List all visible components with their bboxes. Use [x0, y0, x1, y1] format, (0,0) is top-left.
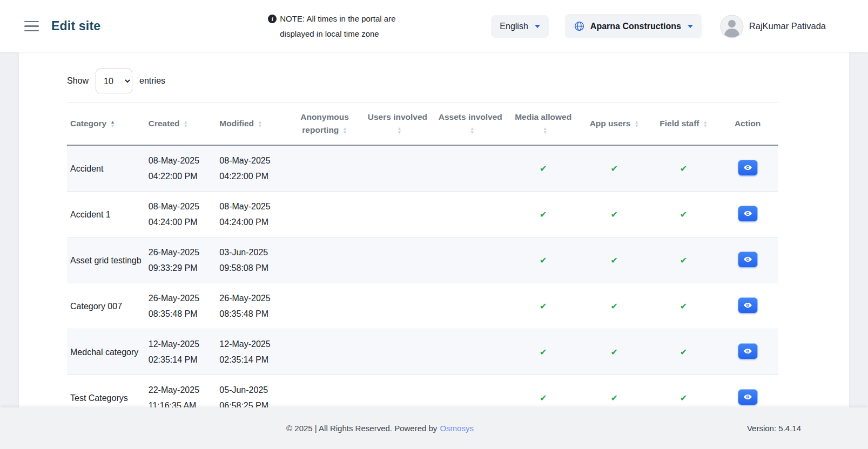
media-allowed-cell: ✔	[508, 329, 579, 375]
organization-value: Aparna Constructions	[590, 22, 681, 31]
menu-icon[interactable]	[24, 21, 39, 32]
show-label: Show	[67, 76, 89, 86]
table-row: Test Categorys22-May-202511:16:35 AM05-J…	[67, 375, 778, 408]
eye-icon	[743, 301, 752, 310]
sort-desc-icon: ▼	[342, 131, 347, 134]
column-label: Users involved	[368, 112, 427, 121]
view-button[interactable]	[738, 389, 758, 405]
globe-icon	[574, 21, 585, 32]
column-label: Field staff	[660, 119, 699, 128]
assets-involved-cell	[433, 329, 508, 375]
assets-involved-cell	[433, 283, 508, 329]
check-icon: ✔	[611, 210, 618, 219]
sort-icons[interactable]: ▲▼	[342, 127, 347, 134]
field-staff-cell: ✔	[650, 237, 717, 283]
version-text: Version: 5.4.14	[747, 424, 801, 433]
created-cell: 08-May-202504:24:00 PM	[145, 192, 217, 237]
copyright: © 2025 | All Rights Reserved. Powered by…	[286, 424, 474, 433]
column-header-modified[interactable]: Modified▲▼	[216, 103, 287, 146]
eye-icon	[743, 392, 752, 402]
assets-involved-cell	[433, 145, 508, 192]
users-involved-cell	[362, 237, 433, 283]
user-menu[interactable]: RajKumar Pativada	[720, 15, 826, 38]
action-cell	[717, 192, 778, 237]
table-body: Accident08-May-202504:22:00 PM08-May-202…	[67, 145, 778, 407]
users-involved-cell	[362, 329, 433, 375]
view-button[interactable]	[738, 251, 758, 268]
media-allowed-cell: ✔	[508, 237, 579, 283]
category-cell: Category 007	[67, 283, 145, 329]
field-staff-cell: ✔	[650, 375, 717, 408]
powered-by-link[interactable]: Osmosys	[440, 424, 474, 433]
sort-icons[interactable]: ▲▼	[258, 120, 262, 128]
sort-desc-icon: ▼	[470, 131, 474, 134]
column-header-category[interactable]: Category▲▼	[67, 103, 145, 146]
action-cell	[717, 145, 778, 192]
sort-desc-icon: ▼	[543, 131, 547, 134]
created-cell: 08-May-202504:22:00 PM	[145, 145, 217, 192]
created-cell: 26-May-202509:33:29 PM	[145, 237, 217, 283]
check-icon: ✔	[611, 348, 618, 357]
sort-icons[interactable]: ▲▼	[397, 127, 401, 134]
check-icon: ✔	[611, 256, 618, 265]
column-header-media-allowed[interactable]: Media allowed▲▼	[508, 103, 579, 146]
app-users-cell: ✔	[578, 237, 650, 283]
modified-cell: 08-May-202504:22:00 PM	[216, 145, 287, 192]
language-selector[interactable]: English	[491, 15, 548, 38]
check-icon: ✔	[540, 348, 547, 357]
language-value: English	[500, 22, 528, 31]
column-header-created[interactable]: Created▲▼	[145, 103, 217, 146]
organization-selector[interactable]: Aparna Constructions	[565, 14, 702, 38]
sort-desc-icon: ▼	[397, 131, 401, 134]
sort-icons[interactable]: ▲▼	[110, 120, 115, 128]
column-header-anonymous-reporting[interactable]: Anonymous reporting▲▼	[287, 103, 362, 146]
page-title: Edit site	[51, 19, 100, 33]
view-button[interactable]	[738, 206, 758, 222]
users-involved-cell	[362, 145, 433, 192]
app-users-cell: ✔	[578, 283, 650, 329]
sort-icons[interactable]: ▲▼	[543, 127, 547, 134]
table-row: Asset grid testingb26-May-202509:33:29 P…	[67, 237, 778, 283]
sort-desc-icon: ▼	[634, 124, 638, 128]
sort-desc-icon: ▼	[703, 124, 707, 128]
column-label: Anonymous reporting	[300, 112, 349, 134]
view-button[interactable]	[738, 343, 758, 359]
view-button[interactable]	[738, 297, 758, 314]
assets-involved-cell	[433, 237, 508, 283]
anonymous-reporting-cell	[287, 192, 362, 237]
check-icon: ✔	[540, 393, 547, 403]
column-header-field-staff[interactable]: Field staff▲▼	[650, 103, 717, 146]
column-header-users-involved[interactable]: Users involved▲▼	[362, 103, 433, 146]
sort-icons[interactable]: ▲▼	[470, 127, 474, 134]
anonymous-reporting-cell	[287, 329, 362, 375]
sort-icons[interactable]: ▲▼	[183, 120, 187, 128]
check-icon: ✔	[680, 210, 687, 219]
table-row: Category 00726-May-202508:35:48 PM26-May…	[67, 283, 778, 329]
check-icon: ✔	[611, 393, 618, 403]
table-header-row: Category▲▼Created▲▼Modified▲▼Anonymous r…	[67, 103, 778, 146]
category-cell: Test Categorys	[67, 375, 145, 408]
table-row: Medchal category12-May-202502:35:14 PM12…	[67, 329, 778, 375]
category-cell: Accident 1	[67, 192, 145, 237]
app-users-cell: ✔	[578, 145, 650, 192]
modified-cell: 12-May-202502:35:14 PM	[216, 329, 287, 375]
sort-icons[interactable]: ▲▼	[703, 120, 707, 128]
column-header-assets-involved[interactable]: Assets involved▲▼	[433, 103, 508, 146]
content-card: Show 10 entries Category▲▼Created▲▼Modif…	[19, 52, 849, 407]
copyright-text: © 2025 | All Rights Reserved. Powered by	[286, 424, 437, 433]
column-header-app-users[interactable]: App users▲▼	[578, 103, 650, 146]
avatar	[720, 15, 744, 38]
sort-icons[interactable]: ▲▼	[634, 120, 638, 128]
category-cell: Accident	[67, 145, 145, 192]
page-size-select[interactable]: 10	[96, 69, 132, 93]
modified-cell: 08-May-202504:24:00 PM	[216, 192, 287, 237]
check-icon: ✔	[680, 348, 687, 357]
table-row: Accident 108-May-202504:24:00 PM08-May-2…	[67, 192, 778, 237]
category-cell: Medchal category	[67, 329, 145, 375]
view-button[interactable]	[738, 160, 758, 176]
check-icon: ✔	[540, 164, 547, 173]
field-staff-cell: ✔	[650, 283, 717, 329]
action-cell	[717, 237, 778, 283]
note-text-line1: NOTE: All times in the portal are	[280, 11, 395, 26]
eye-icon	[743, 163, 752, 172]
